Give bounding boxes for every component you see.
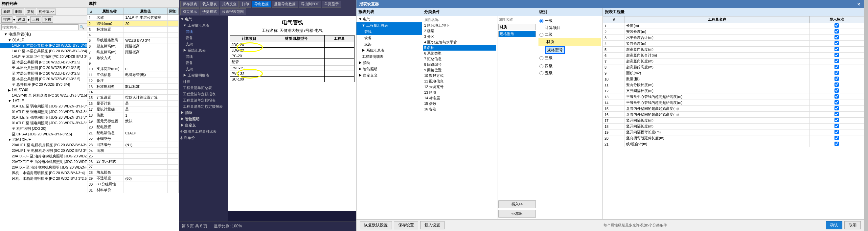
props-row-19[interactable]: 19 图元元标位置 默认 bbox=[87, 118, 179, 124]
props-row-31[interactable]: 31 材料单价 bbox=[87, 187, 179, 193]
engqty-check-7[interactable] bbox=[835, 59, 839, 63]
ptree-compare[interactable]: 外部清单工程量对比表 bbox=[179, 128, 228, 135]
restore-defaults-btn[interactable]: 恢复默认设置 bbox=[360, 221, 392, 229]
engqty-check-18[interactable] bbox=[835, 124, 839, 128]
rtree-electric[interactable]: ▼ 电气 bbox=[356, 16, 422, 22]
classify-item-6[interactable]: 6 系统类型 bbox=[423, 51, 496, 56]
props-row-5[interactable]: 5 导线规格型号 WDZB-BYJ-3*4 bbox=[87, 37, 179, 44]
ptree-list3[interactable]: 工程量清单定额报表 bbox=[179, 97, 228, 104]
props-row-20[interactable]: 20 配电设置 bbox=[87, 124, 179, 130]
ptree-pipeline2[interactable]: 管线 bbox=[179, 54, 228, 60]
engqty-check-1[interactable] bbox=[835, 23, 839, 28]
props-row-16[interactable]: 16 是否计算 是 bbox=[87, 100, 179, 107]
level-1[interactable]: 一级 bbox=[538, 18, 601, 24]
ptree-electric[interactable]: ▼ 电气 bbox=[179, 16, 228, 22]
tree-node-alp-3[interactable]: 1ALP 至 本层卫生间插座 [PC 20 WDZB-BYJ-3*4] bbox=[0, 54, 87, 59]
ptree-detail[interactable]: ▶ 工程量明细表 bbox=[179, 72, 228, 79]
remove-btn[interactable]: <<移出 bbox=[498, 210, 536, 218]
engqty-check-10[interactable] bbox=[835, 77, 839, 81]
props-row-15[interactable]: 15 计算设置 按默认计算设置计算 bbox=[87, 95, 179, 100]
load-settings-btn[interactable]: 载入设置 bbox=[420, 221, 444, 229]
rtree-detail[interactable]: 工程量明细表 bbox=[356, 54, 422, 60]
props-row-21[interactable]: 21 配电箱信息 01ALP bbox=[87, 130, 179, 136]
rtree-system[interactable]: ▶ 系统汇总表 bbox=[356, 47, 422, 54]
props-row-30[interactable]: 30 30 分组属性 bbox=[87, 181, 179, 187]
tree-node-alp-4[interactable]: 至 本层公共照明 [PC 20 WDZB-BYJ-3*2.5] bbox=[0, 59, 87, 65]
props-row-24[interactable]: 24 面积 bbox=[87, 148, 179, 154]
rtree-custom[interactable]: ▶ 自定义义 bbox=[356, 72, 422, 79]
rtree-pipeline[interactable]: 管线 bbox=[356, 29, 422, 35]
engqty-row-1[interactable]: 1 长度(m) bbox=[603, 23, 864, 29]
tree-node-1alsy40-1[interactable]: 1ALSY40 至 风机盘管 [PC 20 WDZ-BYJ-3*2.5] bbox=[0, 93, 87, 98]
classify-item-1[interactable]: 1 区分地上/地下 bbox=[423, 23, 496, 28]
engqty-row-13[interactable]: 13 平弯头中心管线的超高起始高度(m) bbox=[603, 94, 864, 100]
engqty-check-3[interactable] bbox=[835, 35, 839, 39]
report-trace-btn[interactable]: 报表反查 bbox=[220, 1, 239, 7]
engqty-row-8[interactable]: 8 超高起始高度(m) bbox=[603, 64, 864, 70]
engqty-check-20[interactable] bbox=[835, 136, 839, 140]
tree-node-20atxf-3[interactable]: 20ATXFJF 至 油冷电梯机房照明 [JDG 20 WDZN-BYJ-3*2… bbox=[0, 153, 87, 159]
ptree-smart[interactable]: ▶ 智控照明 bbox=[179, 116, 228, 122]
engqty-row-6[interactable]: 6 超高竖向长合计(m) bbox=[603, 53, 864, 58]
engqty-check-15[interactable] bbox=[835, 106, 839, 110]
engqty-check-14[interactable] bbox=[835, 100, 839, 105]
engqty-check-5[interactable] bbox=[835, 47, 839, 51]
engqty-row-11[interactable]: 11 竖向分段长度(m) bbox=[603, 82, 864, 88]
close-button[interactable]: × bbox=[856, 2, 861, 7]
props-row-26[interactable]: 26 27 显示样式 bbox=[87, 159, 179, 165]
classify-item-8[interactable]: 8 回路编号 bbox=[423, 62, 496, 67]
rtree-support[interactable]: 支架 bbox=[356, 41, 422, 47]
props-row-9[interactable]: 9 bbox=[87, 61, 179, 66]
cancel-btn[interactable]: 取消 bbox=[844, 221, 861, 229]
tree-node-alp-5[interactable]: 至 本层公共照明 [PC 20 WDZB-BYJ-3*2.5] bbox=[0, 65, 87, 70]
tree-node-wind-2[interactable]: 风机、水箱房照明插座 [PC 20 WDZ-BYJ-3*2.5] bbox=[0, 176, 87, 181]
ptree-equip[interactable]: 设备 bbox=[179, 35, 228, 41]
confirm-btn[interactable]: 确认 bbox=[826, 221, 842, 229]
engqty-row-15[interactable]: 15 盘管内外壁间的超高起始高度(m) bbox=[603, 106, 864, 112]
engqty-check-21[interactable] bbox=[835, 142, 839, 146]
ptree-system[interactable]: ▶ 系统汇总表 bbox=[179, 47, 228, 54]
props-row-29[interactable]: 29 不透明度 (60) bbox=[87, 175, 179, 181]
props-row-1[interactable]: 1 名称 1ALP 至 本层公共插座 bbox=[87, 15, 179, 21]
tree-node-atle-2[interactable]: 01ATLE 至 强电间照明 [JDG 20 WDZN-BYJ-3*4] bbox=[0, 109, 87, 115]
filter-button[interactable]: 过滤 bbox=[16, 17, 27, 23]
classify-item-4[interactable]: 4 区/分立管与水平管 bbox=[423, 39, 496, 45]
props-row-11[interactable]: 11 汇信信息 电缆导管(电) bbox=[87, 72, 179, 78]
single-page-btn[interactable]: 单页显示 bbox=[322, 1, 341, 7]
tree-node-alp-1[interactable]: 1ALP 至 本层公共插座 [PC 20 WDZB-BYJ-3*4] bbox=[0, 43, 87, 48]
classify-item-11[interactable]: 11 配电信息 bbox=[423, 79, 496, 84]
insert-btn[interactable]: 插入>> bbox=[498, 200, 536, 208]
level-3[interactable]: 三级 bbox=[538, 55, 601, 61]
move-down-button[interactable]: 下移 bbox=[42, 17, 53, 23]
double-page-btn[interactable]: 双页显示 bbox=[180, 8, 199, 15]
rtree-fire[interactable]: ▶ 消防 bbox=[356, 60, 422, 66]
tree-node-alp-2[interactable]: 1ALP 至 本层公共插座 [PC 20 WDZB-BYJ-3*4] bbox=[0, 48, 87, 54]
props-row-4[interactable]: 4 bbox=[87, 32, 179, 37]
classify-item-9[interactable]: 9 回路位置 bbox=[423, 67, 496, 73]
props-row-28[interactable]: 28 填充颜色 bbox=[87, 170, 179, 175]
tree-node-20atxfjf[interactable]: ▼ 20ATXFJF bbox=[0, 137, 87, 142]
engqty-check-8[interactable] bbox=[835, 65, 839, 69]
props-row-22[interactable]: 22 未调整号 bbox=[87, 136, 179, 142]
engqty-check-9[interactable] bbox=[835, 70, 839, 75]
tree-node-cable-duct[interactable]: ▼ 电缆导管(电) bbox=[0, 31, 87, 37]
level-5[interactable]: 五级 bbox=[538, 70, 601, 77]
level-4[interactable]: 四级 bbox=[538, 63, 601, 70]
tree-node-atle-1[interactable]: 01ATLE 至 弱电间照明 [JDG 20 WDZN-BYJ-3*2.5] bbox=[0, 104, 87, 109]
classify-item-14[interactable]: 14 标准层 bbox=[423, 95, 496, 101]
engqty-row-14[interactable]: 14 平弯头中心管线的超高起始高度(m) bbox=[603, 100, 864, 106]
classify-item-3[interactable]: 3 分区 bbox=[423, 34, 496, 39]
engqty-row-12[interactable]: 12 支开间隔长度(m) bbox=[603, 88, 864, 94]
ptree-list4[interactable]: 工程量清单定额定额报表 bbox=[179, 104, 228, 110]
classify-item-5[interactable]: 5 名称 bbox=[423, 45, 496, 51]
copy-button[interactable]: 复制 bbox=[25, 8, 36, 15]
engqty-row-5[interactable]: 5 超高竖向长度(m) bbox=[603, 47, 864, 53]
engqty-row-17[interactable]: 17 竖开间隔长度(m) bbox=[603, 118, 864, 123]
sort-button[interactable]: 排序 bbox=[1, 17, 12, 23]
props-row-18[interactable]: 18 倍数 1 bbox=[87, 112, 179, 118]
engqty-check-19[interactable] bbox=[835, 130, 839, 134]
batch-export-btn[interactable]: 批量导出数据 bbox=[272, 1, 298, 7]
tree-node-1atle[interactable]: ▼ 1ATLE bbox=[0, 98, 87, 104]
ptree-calc[interactable]: 计算 bbox=[179, 79, 228, 85]
ptree-support2[interactable]: 支架 bbox=[179, 66, 228, 72]
